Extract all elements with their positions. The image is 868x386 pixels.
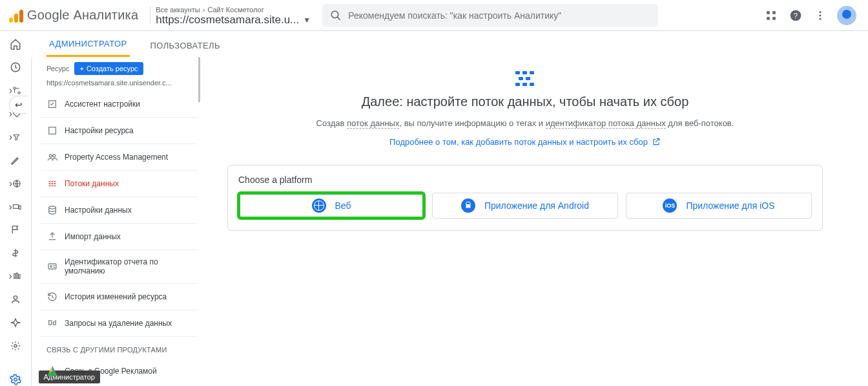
nav-google-ads[interactable]: Связь с Google Рекламой bbox=[40, 358, 198, 384]
svg-rect-37 bbox=[515, 83, 520, 86]
nav-change-history[interactable]: История изменений ресурса bbox=[40, 283, 198, 310]
svg-rect-3 bbox=[772, 11, 776, 14]
platform-ios-button[interactable]: iOS Приложение для iOS bbox=[626, 193, 812, 219]
nav-label: Настройки ресурса bbox=[65, 126, 191, 135]
android-icon bbox=[461, 198, 475, 213]
web-icon bbox=[312, 198, 326, 213]
nav-setup-assistant[interactable]: Ассистент настройки bbox=[40, 91, 198, 117]
svg-rect-36 bbox=[526, 77, 530, 80]
svg-point-28 bbox=[53, 155, 56, 157]
svg-point-21 bbox=[14, 296, 17, 299]
account-picker[interactable]: Все аккаунты › Сайт Косметолог https://c… bbox=[156, 5, 317, 27]
section-product-links: СВЯЗЬ С ДРУГИМИ ПРОДУКТАМИ bbox=[40, 336, 198, 358]
nav-label: Ассистент настройки bbox=[65, 100, 191, 109]
svg-rect-26 bbox=[49, 127, 56, 134]
svg-rect-39 bbox=[530, 83, 534, 86]
chevron-right-icon: › bbox=[203, 6, 205, 14]
platform-ios-label: Приложение для iOS bbox=[686, 200, 774, 211]
platform-web-button[interactable]: Веб bbox=[238, 193, 424, 219]
nav-data-settings[interactable]: Настройки данных bbox=[40, 197, 198, 223]
separator bbox=[150, 6, 150, 25]
learn-more-link[interactable]: Подробнее о том, как добавить поток данн… bbox=[389, 137, 661, 147]
nav-data-streams[interactable]: Потоки данных bbox=[40, 170, 198, 197]
nav-property-access[interactable]: Property Access Management bbox=[40, 144, 198, 170]
library-icon[interactable]: › bbox=[9, 270, 22, 283]
back-arrow-button[interactable]: ↩ bbox=[9, 96, 27, 114]
property-nav: Ассистент настройки Настройки ресурса Pr… bbox=[40, 91, 200, 384]
home-icon[interactable] bbox=[9, 38, 22, 50]
realtime-icon[interactable] bbox=[9, 61, 22, 74]
apps-icon[interactable] bbox=[763, 8, 779, 23]
svg-rect-34 bbox=[530, 71, 534, 74]
nav-label: Потоки данных bbox=[65, 179, 191, 188]
dd-icon: Dd bbox=[46, 317, 58, 329]
svg-point-29 bbox=[49, 206, 56, 209]
search-wrap bbox=[322, 4, 763, 27]
svg-point-0 bbox=[332, 11, 339, 18]
nav-label: Запросы на удаление данных bbox=[65, 319, 191, 328]
funnel-icon[interactable]: › bbox=[9, 131, 22, 144]
svg-rect-33 bbox=[522, 71, 527, 74]
subline: Создав поток данных, вы получите информа… bbox=[316, 117, 734, 131]
svg-rect-17 bbox=[19, 206, 21, 209]
main-area: АДМИНИСТРАТОР ПОЛЬЗОВАТЕЛЬ ↩ Ресурс + Со… bbox=[31, 31, 868, 386]
tab-bar: АДМИНИСТРАТОР ПОЛЬЗОВАТЕЛЬ bbox=[31, 31, 868, 57]
svg-point-41 bbox=[467, 203, 468, 204]
property-url[interactable]: https://cosmetsamara.site.unisender.c... bbox=[40, 79, 200, 91]
svg-rect-19 bbox=[16, 273, 17, 279]
configure-icon[interactable] bbox=[9, 339, 22, 352]
svg-point-13 bbox=[18, 92, 21, 94]
nav-data-import[interactable]: Импорт данных bbox=[40, 223, 198, 250]
svg-rect-32 bbox=[515, 71, 520, 74]
search-box[interactable] bbox=[322, 4, 658, 27]
nav-label: Идентификатор отчета по умолчанию bbox=[65, 257, 191, 276]
scrollbar-thumb[interactable] bbox=[198, 57, 200, 102]
svg-rect-2 bbox=[767, 11, 770, 14]
svg-point-8 bbox=[820, 11, 822, 13]
ga-logo-icon bbox=[9, 8, 23, 23]
open-in-new-icon bbox=[652, 137, 661, 146]
platform-android-button[interactable]: Приложение для Android bbox=[432, 193, 618, 219]
tab-admin[interactable]: АДМИНИСТРАТОР bbox=[46, 39, 130, 57]
flag-icon[interactable] bbox=[9, 224, 22, 237]
property-column: ↩ Ресурс + Создать ресурс https://cosmet… bbox=[31, 57, 200, 386]
svg-rect-5 bbox=[772, 17, 776, 20]
create-property-button[interactable]: + Создать ресурс bbox=[74, 62, 143, 75]
people-icon bbox=[46, 151, 58, 163]
chevron-down-icon: ▼ bbox=[303, 16, 311, 25]
nav-label: Настройки данных bbox=[65, 206, 191, 215]
lifecycle-icon[interactable]: › bbox=[9, 84, 22, 97]
tab-user[interactable]: ПОЛЬЗОВАТЕЛЬ bbox=[148, 41, 223, 57]
help-icon[interactable]: ? bbox=[788, 8, 803, 23]
edit-icon[interactable] bbox=[9, 154, 22, 167]
nav-label: Property Access Management bbox=[65, 153, 191, 162]
money-icon[interactable] bbox=[9, 246, 22, 259]
content-area: Далее: настройте поток данных, чтобы нач… bbox=[200, 57, 868, 386]
nav-label: Импорт данных bbox=[65, 232, 191, 241]
account-url: https://cosmetsamara.site.u... bbox=[156, 14, 299, 27]
headline: Далее: настройте поток данных, чтобы нач… bbox=[362, 94, 689, 109]
svg-point-12 bbox=[14, 87, 16, 90]
search-input[interactable] bbox=[348, 10, 650, 21]
svg-point-27 bbox=[49, 155, 52, 157]
plus-icon: + bbox=[79, 65, 83, 72]
top-icons: ? bbox=[763, 6, 863, 25]
devices-icon[interactable]: › bbox=[9, 200, 22, 213]
checklist-icon bbox=[46, 98, 58, 110]
upload-icon bbox=[46, 231, 58, 242]
explore-icon[interactable] bbox=[9, 316, 22, 329]
platform-card: Choose a platform Веб Приложение для And… bbox=[227, 165, 823, 231]
breadcrumb-property: Сайт Косметолог bbox=[207, 6, 264, 14]
nav-report-id[interactable]: Идентификатор отчета по умолчанию bbox=[40, 250, 198, 283]
admin-gear-icon[interactable]: Администратор bbox=[9, 373, 22, 386]
svg-point-42 bbox=[469, 203, 470, 204]
avatar[interactable] bbox=[837, 6, 856, 25]
ios-icon: iOS bbox=[663, 198, 677, 213]
globe-icon[interactable]: › bbox=[9, 177, 22, 190]
create-property-label: Создать ресурс bbox=[87, 65, 138, 72]
user-icon[interactable] bbox=[9, 293, 22, 306]
more-vert-icon[interactable] bbox=[812, 8, 828, 23]
database-icon bbox=[46, 204, 58, 216]
nav-property-settings[interactable]: Настройки ресурса bbox=[40, 117, 198, 144]
nav-data-deletion[interactable]: Dd Запросы на удаление данных bbox=[40, 310, 198, 336]
